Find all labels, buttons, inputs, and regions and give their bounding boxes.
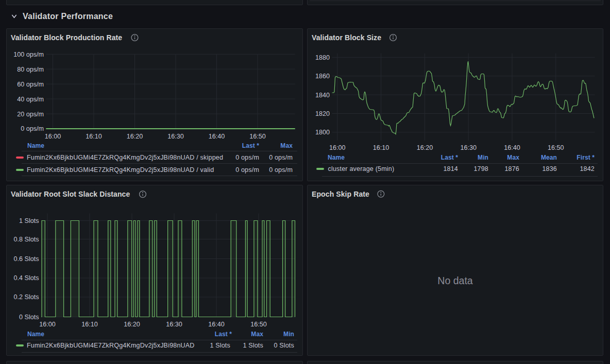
svg-text:16:30: 16:30 bbox=[167, 133, 184, 140]
svg-text:16:40: 16:40 bbox=[208, 321, 225, 328]
svg-text:1860: 1860 bbox=[315, 73, 330, 80]
svg-text:16:20: 16:20 bbox=[124, 321, 140, 328]
svg-text:16:20: 16:20 bbox=[417, 144, 433, 151]
svg-text:16:00: 16:00 bbox=[329, 144, 346, 151]
svg-text:16:10: 16:10 bbox=[373, 144, 389, 151]
svg-text:16:40: 16:40 bbox=[504, 144, 520, 151]
svg-text:80 ops/m: 80 ops/m bbox=[17, 66, 44, 73]
svg-text:16:10: 16:10 bbox=[86, 133, 102, 140]
svg-text:16:40: 16:40 bbox=[209, 133, 225, 140]
svg-text:40 ops/m: 40 ops/m bbox=[17, 96, 44, 103]
svg-text:1840: 1840 bbox=[315, 92, 330, 99]
svg-text:16:00: 16:00 bbox=[45, 133, 61, 140]
svg-text:16:50: 16:50 bbox=[250, 321, 267, 328]
svg-text:0.4 Slots: 0.4 Slots bbox=[13, 274, 39, 282]
svg-text:16:50: 16:50 bbox=[548, 144, 564, 151]
svg-text:0.6 Slots: 0.6 Slots bbox=[13, 255, 39, 263]
svg-text:1820: 1820 bbox=[315, 110, 330, 117]
svg-text:0 Slots: 0 Slots bbox=[19, 314, 39, 321]
svg-text:0.8 Slots: 0.8 Slots bbox=[13, 236, 39, 243]
svg-text:16:20: 16:20 bbox=[127, 133, 143, 140]
svg-text:16:30: 16:30 bbox=[166, 321, 182, 328]
svg-text:16:10: 16:10 bbox=[81, 321, 98, 328]
svg-text:16:30: 16:30 bbox=[460, 144, 477, 151]
svg-text:20 ops/m: 20 ops/m bbox=[17, 111, 44, 118]
svg-text:1 Slots: 1 Slots bbox=[19, 217, 39, 224]
svg-text:60 ops/m: 60 ops/m bbox=[17, 81, 44, 88]
svg-text:1880: 1880 bbox=[315, 54, 330, 61]
svg-text:16:50: 16:50 bbox=[249, 133, 266, 140]
svg-text:1800: 1800 bbox=[315, 129, 330, 136]
svg-text:16:00: 16:00 bbox=[39, 321, 56, 328]
svg-text:0 ops/m: 0 ops/m bbox=[21, 125, 44, 132]
svg-text:100 ops/m: 100 ops/m bbox=[13, 51, 44, 58]
svg-text:0.2 Slots: 0.2 Slots bbox=[13, 293, 39, 301]
